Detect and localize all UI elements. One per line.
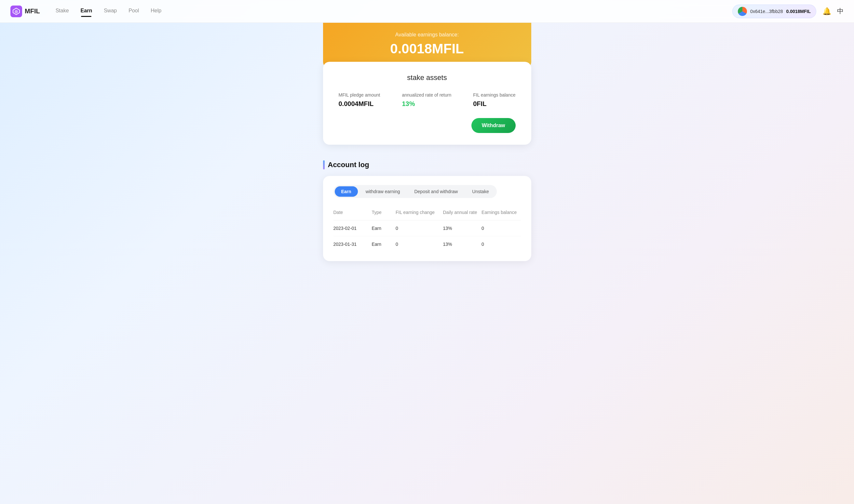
- table-row: 2023-02-01 Earn 0 13% 0: [334, 220, 521, 236]
- log-table-header-row: Date Type FIL earning change Daily annua…: [334, 207, 521, 220]
- cell-daily-rate: 13%: [443, 220, 481, 236]
- stat-fil-value: 0FIL: [473, 100, 515, 108]
- stat-rate-label: annualized rate of return: [402, 92, 451, 97]
- col-header-balance: Earnings balance: [481, 207, 520, 220]
- logo-text: MFIL: [25, 7, 40, 15]
- wallet-balance: 0.0018MFIL: [786, 9, 811, 14]
- log-table-head: Date Type FIL earning change Daily annua…: [334, 207, 521, 220]
- main-content: Available earnings balance: 0.0018MFIL s…: [317, 23, 538, 281]
- tab-earn[interactable]: Earn: [335, 186, 358, 197]
- stat-rate: annualized rate of return 13%: [402, 92, 451, 108]
- stake-title: stake assets: [339, 73, 516, 82]
- log-table: Date Type FIL earning change Daily annua…: [334, 207, 521, 252]
- cell-fil-earning: 0: [396, 220, 443, 236]
- cell-type: Earn: [372, 236, 396, 252]
- logo-area[interactable]: MFIL: [11, 5, 40, 17]
- nav-help[interactable]: Help: [150, 8, 161, 15]
- earnings-banner: Available earnings balance: 0.0018MFIL: [323, 23, 531, 68]
- nav-right: 0x641e...3fbb28 0.0018MFIL 🔔 中: [732, 4, 843, 18]
- tab-withdraw-earning[interactable]: withdraw earning: [359, 186, 407, 197]
- wallet-button[interactable]: 0x641e...3fbb28 0.0018MFIL: [732, 4, 816, 18]
- wallet-avatar: [738, 7, 747, 16]
- stake-card: stake assets MFIL pledge amount 0.0004MF…: [323, 62, 531, 145]
- stat-pledge: MFIL pledge amount 0.0004MFIL: [339, 92, 380, 108]
- nav-swap[interactable]: Swap: [104, 8, 117, 15]
- tab-unstake[interactable]: Unstake: [465, 186, 495, 197]
- withdraw-button[interactable]: Withdraw: [472, 118, 516, 133]
- log-card: Earn withdraw earning Deposit and withdr…: [323, 176, 531, 261]
- nav-pool[interactable]: Pool: [128, 8, 139, 15]
- earnings-label: Available earnings balance:: [336, 32, 518, 38]
- cell-fil-earning: 0: [396, 236, 443, 252]
- nav-links: Stake Earn Swap Pool Help: [56, 8, 732, 15]
- table-row: 2023-01-31 Earn 0 13% 0: [334, 236, 521, 252]
- cell-earnings-balance: 0: [481, 236, 520, 252]
- stat-rate-value: 13%: [402, 100, 451, 108]
- section-title-wrapper: Account log: [323, 160, 531, 169]
- col-header-fil: FIL earning change: [396, 207, 443, 220]
- log-table-body: 2023-02-01 Earn 0 13% 0 2023-01-31 Earn …: [334, 220, 521, 252]
- cell-earnings-balance: 0: [481, 220, 520, 236]
- tab-deposit-withdraw[interactable]: Deposit and withdraw: [408, 186, 464, 197]
- stat-fil-label: FIL earnings balance: [473, 92, 515, 97]
- col-header-rate: Daily annual rate: [443, 207, 481, 220]
- nav-stake[interactable]: Stake: [56, 8, 69, 15]
- cell-type: Earn: [372, 220, 396, 236]
- bell-icon[interactable]: 🔔: [821, 6, 832, 17]
- account-log-section: Account log Earn withdraw earning Deposi…: [323, 160, 531, 261]
- language-icon[interactable]: 中: [837, 7, 843, 16]
- filter-tabs: Earn withdraw earning Deposit and withdr…: [334, 185, 497, 198]
- section-title: Account log: [328, 161, 369, 169]
- cell-daily-rate: 13%: [443, 236, 481, 252]
- nav-earn[interactable]: Earn: [81, 8, 92, 15]
- stat-pledge-label: MFIL pledge amount: [339, 92, 380, 97]
- cell-date: 2023-01-31: [334, 236, 372, 252]
- section-title-bar: [323, 160, 325, 169]
- logo-icon: [11, 5, 22, 17]
- stat-fil: FIL earnings balance 0FIL: [473, 92, 515, 108]
- col-header-date: Date: [334, 207, 372, 220]
- cell-date: 2023-02-01: [334, 220, 372, 236]
- earnings-amount: 0.0018MFIL: [336, 41, 518, 57]
- col-header-type: Type: [372, 207, 396, 220]
- navbar: MFIL Stake Earn Swap Pool Help 0x641e...…: [0, 0, 854, 23]
- wallet-address: 0x641e...3fbb28: [750, 9, 783, 14]
- stake-stats: MFIL pledge amount 0.0004MFIL annualized…: [339, 92, 516, 108]
- stat-pledge-value: 0.0004MFIL: [339, 100, 380, 108]
